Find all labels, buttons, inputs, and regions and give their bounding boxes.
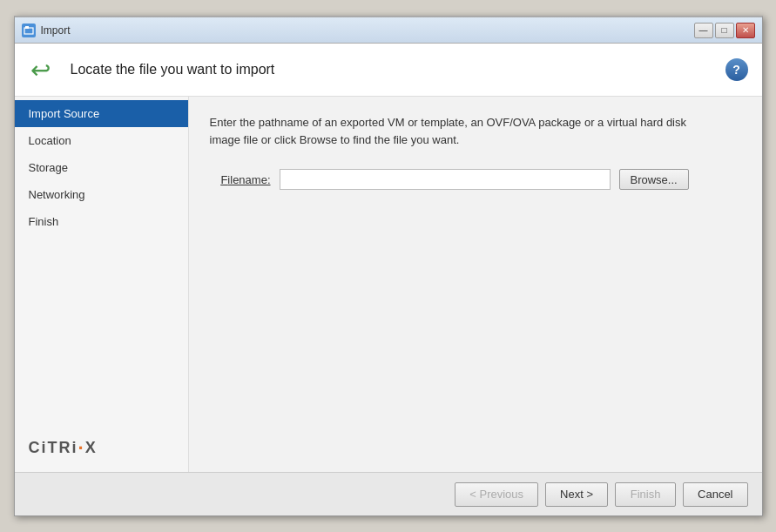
sidebar-item-networking[interactable]: Networking xyxy=(15,181,188,208)
footer: < Previous Next > Finish Cancel xyxy=(15,472,762,515)
next-button[interactable]: Next > xyxy=(545,482,608,507)
citrix-logo: CiTRi·X xyxy=(15,421,188,472)
browse-button[interactable]: Browse... xyxy=(619,169,689,190)
sidebar-item-storage[interactable]: Storage xyxy=(15,154,188,181)
sidebar-item-finish[interactable]: Finish xyxy=(15,208,188,235)
citrix-logo-text: CiTRi·X xyxy=(29,439,98,456)
finish-button[interactable]: Finish xyxy=(615,482,676,507)
sidebar-item-location[interactable]: Location xyxy=(15,127,188,154)
close-button[interactable]: ✕ xyxy=(736,23,755,38)
header-title: Locate the file you want to import xyxy=(71,62,275,77)
header-icon xyxy=(29,54,60,85)
header-left: Locate the file you want to import xyxy=(29,54,275,85)
filename-input[interactable] xyxy=(280,169,611,190)
description-text: Enter the pathname of an exported VM or … xyxy=(210,114,698,148)
import-window: Import — □ ✕ Locate the file you want to… xyxy=(14,16,763,516)
sidebar-nav: Import Source Location Storage Networkin… xyxy=(15,97,188,235)
svg-rect-1 xyxy=(25,26,29,29)
content-area: Import Source Location Storage Networkin… xyxy=(15,97,762,472)
window-title: Import xyxy=(41,24,71,37)
cancel-button[interactable]: Cancel xyxy=(683,482,747,507)
filename-label-underline: Filename: xyxy=(220,173,270,186)
minimize-button[interactable]: — xyxy=(694,23,713,38)
window-controls: — □ ✕ xyxy=(694,23,755,38)
svg-rect-0 xyxy=(24,28,33,34)
titlebar-left: Import xyxy=(22,24,71,37)
header: Locate the file you want to import ? xyxy=(15,44,762,97)
filename-label: Filename: xyxy=(210,173,271,186)
sidebar: Import Source Location Storage Networkin… xyxy=(15,97,189,472)
main-panel: Enter the pathname of an exported VM or … xyxy=(189,97,762,472)
sidebar-item-import-source[interactable]: Import Source xyxy=(15,100,188,127)
previous-button[interactable]: < Previous xyxy=(455,482,538,507)
maximize-button[interactable]: □ xyxy=(715,23,734,38)
filename-row: Filename: Browse... xyxy=(210,169,741,190)
help-button[interactable]: ? xyxy=(725,58,748,81)
import-arrow-icon xyxy=(30,56,58,84)
titlebar: Import — □ ✕ xyxy=(15,17,762,44)
window-icon xyxy=(22,24,36,37)
